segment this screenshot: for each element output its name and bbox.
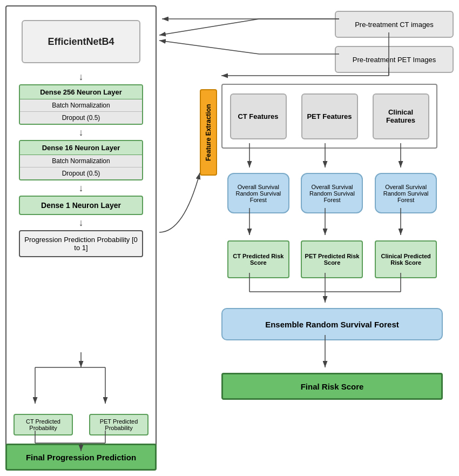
survival-label-1: Overall Survival Random Survival Forest — [231, 184, 286, 203]
left-panel: EfficientNetB4 ↓ Dense 256 Neuron Layer … — [5, 5, 157, 448]
dense16-block: Dense 16 Neuron Layer Batch Normalizatio… — [19, 140, 143, 180]
arrow-down-3: ↓ — [76, 183, 86, 193]
prog-label: Progression Prediction Probability [0 to… — [24, 236, 138, 252]
dense256-header: Dense 256 Neuron Layer — [20, 85, 142, 99]
feat-extract-label: Feature Extraction — [205, 104, 212, 160]
ct-risk-label: CT Predicted Risk Score — [231, 253, 286, 266]
ct-features-label: CT Features — [238, 112, 278, 120]
arrow-down-4: ↓ — [76, 217, 86, 228]
dense256-block: Dense 256 Neuron Layer Batch Normalizati… — [19, 84, 143, 125]
ensemble-label: Ensemble Random Survival Forest — [265, 320, 399, 329]
ct-predict-label: CT Predicted Probability — [26, 418, 60, 431]
bottom-predict-row: CT Predicted Probability PET Predicted P… — [5, 414, 157, 435]
pet-risk-box: PET Predicted Risk Score — [301, 240, 363, 278]
survival-row: Overall Survival Random Survival Forest … — [221, 173, 443, 213]
dense1-box: Dense 1 Neuron Layer — [19, 196, 143, 215]
diagram: EfficientNetB4 ↓ Dense 256 Neuron Layer … — [0, 0, 459, 476]
dense16-header: Dense 16 Neuron Layer — [20, 141, 142, 155]
clinical-risk-box: Clinical Predicted Risk Score — [375, 240, 437, 278]
prog-box: Progression Prediction Probability [0 to… — [19, 230, 143, 257]
ct-images-label: Pre-treatment CT images — [355, 21, 434, 29]
batchnorm2-row: Batch Normalization — [20, 155, 142, 167]
final-progression-box: Final Progression Prediction — [5, 444, 157, 471]
pet-images-box: Pre-treatment PET Images — [335, 46, 454, 73]
ct-predict-box: CT Predicted Probability — [14, 414, 73, 435]
clinical-features-label: Clinical Features — [374, 108, 428, 124]
final-progression-label: Final Progression Prediction — [26, 453, 136, 462]
pet-predict-box: PET Predicted Probability — [89, 414, 148, 435]
batchnorm1-row: Batch Normalization — [20, 99, 142, 112]
ct-features-box: CT Features — [230, 93, 287, 139]
final-risk-box: Final Risk Score — [221, 373, 443, 400]
pet-features-box: PET Features — [301, 93, 358, 139]
feat-extract-box: Feature Extraction — [200, 89, 217, 176]
dropout1-row: Dropout (0.5) — [20, 112, 142, 124]
arrow-down-1: ↓ — [76, 71, 86, 82]
survival-box-2: Overall Survival Random Survival Forest — [301, 173, 363, 213]
survival-label-3: Overall Survival Random Survival Forest — [378, 184, 434, 203]
features-container: CT Features PET Features Clinical Featur… — [221, 84, 437, 149]
pet-predict-label: PET Predicted Probability — [100, 418, 138, 431]
dropout2-row: Dropout (0.5) — [20, 167, 142, 179]
right-panel: Pre-treatment CT images Pre-treatment PE… — [173, 5, 454, 470]
pet-risk-label: PET Predicted Risk Score — [304, 253, 360, 266]
ct-images-box: Pre-treatment CT images — [335, 11, 454, 38]
survival-box-1: Overall Survival Random Survival Forest — [227, 173, 289, 213]
survival-label-2: Overall Survival Random Survival Forest — [304, 184, 360, 203]
arrow-down-2: ↓ — [76, 127, 86, 138]
ensemble-box: Ensemble Random Survival Forest — [221, 308, 443, 340]
pet-images-label: Pre-treatment PET Images — [353, 56, 436, 64]
survival-box-3: Overall Survival Random Survival Forest — [375, 173, 437, 213]
final-risk-label: Final Risk Score — [301, 382, 364, 391]
risk-score-row: CT Predicted Risk Score PET Predicted Ri… — [221, 240, 443, 278]
clinical-features-box: Clinical Features — [373, 93, 429, 139]
clinical-risk-label: Clinical Predicted Risk Score — [378, 253, 434, 266]
pet-features-label: PET Features — [307, 112, 352, 120]
efficientnet-box: EfficientNetB4 — [22, 20, 140, 63]
efficientnet-label: EfficientNetB4 — [48, 36, 114, 48]
dense1-label: Dense 1 Neuron Layer — [41, 201, 121, 210]
ct-risk-box: CT Predicted Risk Score — [227, 240, 289, 278]
